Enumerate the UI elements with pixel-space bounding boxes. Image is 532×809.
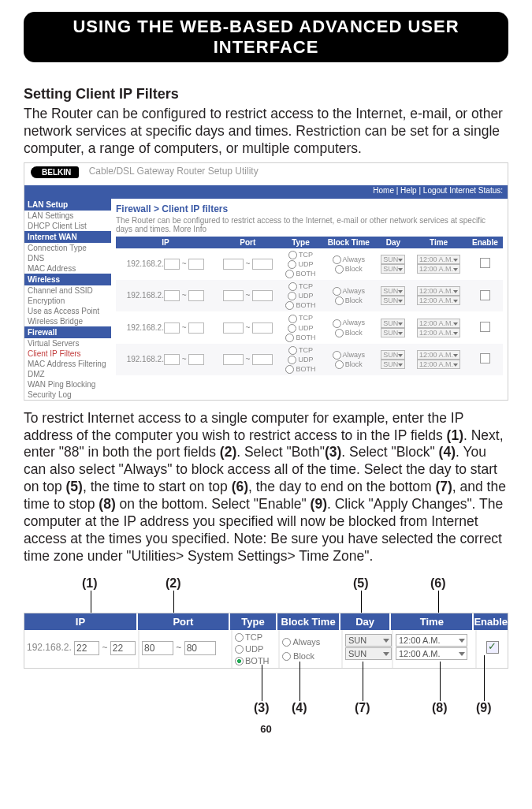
sidebar-item[interactable]: Client IP Filters	[24, 349, 111, 359]
col-header-time: Time	[391, 613, 474, 630]
day-select[interactable]: SUN	[381, 319, 405, 328]
time-start-select[interactable]: 12:00 A.M.	[396, 634, 467, 647]
time-select[interactable]: 12:00 A.M.	[417, 360, 460, 369]
sidebar-item[interactable]: Use as Access Point	[24, 306, 111, 316]
ip-input[interactable]	[164, 259, 180, 270]
blocktime-radio[interactable]	[333, 287, 341, 296]
port-input[interactable]	[252, 322, 273, 334]
type-radio[interactable]	[285, 365, 294, 374]
type-radio[interactable]	[285, 270, 294, 278]
table-row: 192.168.2. ~ ~ TCPUDPBOTHAlwaysBlockSUNS…	[116, 311, 503, 343]
day-end-select[interactable]: SUN	[345, 647, 392, 660]
blocktime-radio[interactable]	[335, 265, 344, 274]
day-select[interactable]: SUN	[381, 328, 405, 337]
port-input[interactable]	[223, 322, 244, 334]
type-tcp-radio[interactable]	[235, 633, 244, 642]
ip-start-input[interactable]: 22	[74, 641, 99, 655]
time-select[interactable]: 12:00 A.M.	[417, 296, 460, 305]
port-input[interactable]	[252, 259, 273, 270]
day-select[interactable]: SUN	[381, 286, 405, 296]
sidebar-item[interactable]: DHCP Client List	[24, 221, 111, 231]
callout-line	[440, 662, 441, 701]
port-start-input[interactable]: 80	[142, 641, 173, 655]
ip-input[interactable]	[188, 259, 204, 270]
blocktime-radio[interactable]	[335, 329, 344, 337]
type-radio[interactable]	[285, 301, 294, 310]
day-select[interactable]: SUN	[381, 350, 405, 360]
sidebar-item[interactable]: LAN Settings	[24, 211, 111, 221]
type-radio[interactable]	[288, 292, 296, 300]
ip-input[interactable]	[164, 322, 180, 334]
blocktime-radio[interactable]	[333, 255, 341, 264]
type-radio[interactable]	[288, 260, 296, 269]
bt-block-radio[interactable]	[282, 652, 291, 661]
bt-block-label: Block	[293, 651, 314, 661]
enable-checkbox[interactable]	[480, 258, 490, 268]
day-start-select[interactable]: SUN	[345, 634, 392, 647]
ip-input[interactable]	[164, 354, 180, 365]
port-input[interactable]	[223, 290, 244, 301]
type-radio[interactable]	[288, 251, 297, 259]
sidebar-item[interactable]: DMZ	[24, 369, 111, 379]
sidebar-item[interactable]: MAC Address	[24, 263, 111, 274]
blocktime-radio[interactable]	[333, 319, 341, 328]
type-radio[interactable]	[288, 282, 297, 291]
bt-always-radio[interactable]	[282, 638, 291, 647]
blocktime-radio[interactable]	[335, 296, 344, 305]
day-select[interactable]: SUN	[381, 296, 405, 305]
section-title: Setting Client IP Filters	[24, 86, 508, 103]
utility-title: Cable/DSL Gateway Router Setup Utility	[89, 166, 259, 177]
enable-checkbox[interactable]	[480, 322, 490, 332]
port-cell: 80 ~ 80	[140, 630, 233, 668]
type-radio[interactable]	[288, 356, 296, 364]
time-select[interactable]: 12:00 A.M.	[417, 328, 460, 337]
enable-checkbox[interactable]	[486, 641, 499, 654]
day-select[interactable]: SUN	[381, 264, 405, 274]
sidebar-item[interactable]: WAN Ping Blocking	[24, 379, 111, 390]
table-header: Time	[410, 237, 467, 248]
sidebar-item[interactable]: Wireless Bridge	[24, 316, 111, 326]
ip-input[interactable]	[188, 290, 204, 301]
sidebar-item[interactable]: Security Log	[24, 390, 111, 400]
type-radio[interactable]	[285, 334, 294, 342]
type-radio[interactable]	[288, 324, 296, 333]
time-end-select[interactable]: 12:00 A.M.	[396, 647, 467, 660]
ip-end-input[interactable]: 22	[110, 641, 136, 655]
instructions-paragraph: To restrict Internet access to a single …	[24, 410, 508, 565]
type-udp-radio[interactable]	[235, 645, 244, 654]
port-input[interactable]	[223, 259, 244, 270]
sidebar-item[interactable]: Connection Type	[24, 243, 111, 253]
time-select[interactable]: 12:00 A.M.	[417, 350, 460, 360]
time-select[interactable]: 12:00 A.M.	[417, 286, 460, 296]
sidebar-item[interactable]: Channel and SSID	[24, 285, 111, 296]
time-select[interactable]: 12:00 A.M.	[417, 319, 460, 328]
port-input[interactable]	[252, 290, 273, 301]
port-input[interactable]	[252, 354, 273, 365]
blocktime-cell: Always Block	[280, 630, 343, 668]
port-input[interactable]	[223, 354, 244, 365]
bt-always-label: Always	[292, 637, 320, 647]
ip-input[interactable]	[188, 322, 204, 334]
port-end-input[interactable]: 80	[184, 641, 216, 655]
blocktime-radio[interactable]	[333, 351, 341, 360]
time-select[interactable]: 12:00 A.M.	[417, 264, 460, 274]
ip-input[interactable]	[164, 290, 180, 301]
time-select[interactable]: 12:00 A.M.	[417, 255, 460, 264]
enable-checkbox[interactable]	[480, 353, 490, 363]
type-both-radio[interactable]	[235, 657, 244, 665]
type-radio[interactable]	[288, 346, 297, 355]
col-header-ip: IP	[24, 613, 138, 630]
type-radio[interactable]	[288, 315, 297, 323]
sidebar-item[interactable]: Encryption	[24, 296, 111, 306]
sidebar-item[interactable]: Virtual Servers	[24, 338, 111, 349]
blocktime-radio[interactable]	[335, 360, 344, 369]
day-select[interactable]: SUN	[381, 360, 405, 369]
sidebar-item[interactable]: DNS	[24, 253, 111, 263]
ip-input[interactable]	[188, 354, 204, 365]
sidebar-item[interactable]: MAC Address Filtering	[24, 359, 111, 369]
day-select[interactable]: SUN	[381, 255, 405, 264]
enable-checkbox[interactable]	[480, 290, 490, 300]
time-cell: 12:00 A.M. 12:00 A.M.	[393, 630, 477, 668]
sidebar-group-header: Internet WAN	[24, 231, 111, 243]
breadcrumb: Firewall > Client IP filters	[116, 203, 503, 214]
